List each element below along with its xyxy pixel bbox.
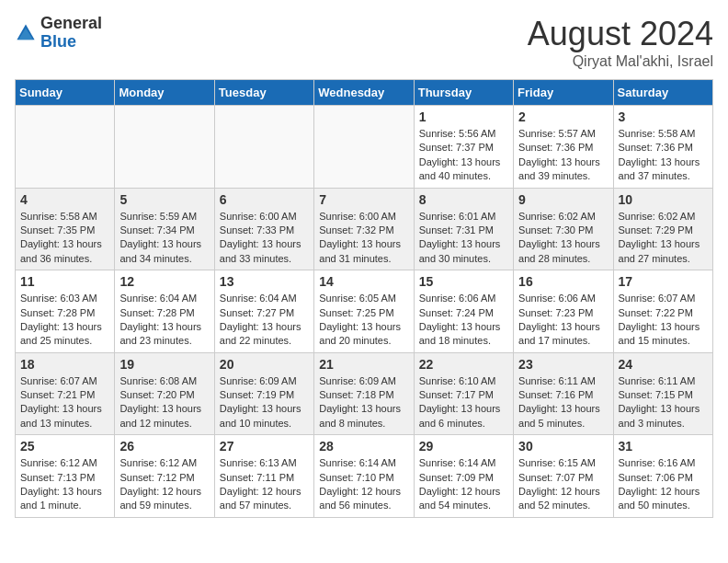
- day-info: Sunrise: 6:16 AMSunset: 7:06 PMDaylight:…: [619, 456, 708, 513]
- day-info: Sunrise: 6:06 AMSunset: 7:23 PMDaylight:…: [518, 292, 608, 349]
- location-title: Qiryat Mal'akhi, Israel: [528, 53, 713, 70]
- day-info: Sunrise: 6:09 AMSunset: 7:19 PMDaylight:…: [220, 374, 309, 431]
- day-info: Sunrise: 5:59 AMSunset: 7:34 PMDaylight:…: [119, 210, 209, 267]
- calendar-cell: [314, 106, 414, 189]
- day-info: Sunrise: 6:13 AMSunset: 7:11 PMDaylight:…: [220, 456, 309, 513]
- title-block: August 2024 Qiryat Mal'akhi, Israel: [528, 15, 713, 70]
- day-number: 17: [619, 274, 708, 289]
- calendar-cell: 5Sunrise: 5:59 AMSunset: 7:34 PMDaylight…: [115, 188, 214, 270]
- day-number: 26: [119, 439, 209, 454]
- day-number: 3: [619, 109, 708, 124]
- week-row-3: 11Sunrise: 6:03 AMSunset: 7:28 PMDayligh…: [16, 270, 713, 353]
- calendar-cell: 2Sunrise: 5:57 AMSunset: 7:36 PMDaylight…: [514, 106, 613, 189]
- calendar-cell: 30Sunrise: 6:15 AMSunset: 7:07 PMDayligh…: [514, 435, 613, 518]
- calendar-cell: 31Sunrise: 6:16 AMSunset: 7:06 PMDayligh…: [613, 435, 712, 518]
- day-number: 22: [419, 357, 508, 372]
- day-info: Sunrise: 6:09 AMSunset: 7:18 PMDaylight:…: [319, 374, 408, 431]
- day-info: Sunrise: 6:08 AMSunset: 7:20 PMDaylight:…: [119, 374, 209, 431]
- day-number: 18: [20, 357, 109, 372]
- weekday-header-saturday: Saturday: [613, 80, 712, 106]
- calendar-cell: 17Sunrise: 6:07 AMSunset: 7:22 PMDayligh…: [613, 270, 712, 353]
- day-info: Sunrise: 5:56 AMSunset: 7:37 PMDaylight:…: [419, 127, 508, 184]
- week-row-4: 18Sunrise: 6:07 AMSunset: 7:21 PMDayligh…: [16, 352, 713, 435]
- calendar-cell: 10Sunrise: 6:02 AMSunset: 7:29 PMDayligh…: [613, 188, 712, 270]
- calendar-cell: 29Sunrise: 6:14 AMSunset: 7:09 PMDayligh…: [414, 435, 513, 518]
- calendar-cell: 19Sunrise: 6:08 AMSunset: 7:20 PMDayligh…: [115, 352, 214, 435]
- week-row-1: 1Sunrise: 5:56 AMSunset: 7:37 PMDaylight…: [16, 106, 713, 189]
- day-number: 11: [20, 274, 109, 289]
- month-title: August 2024: [528, 15, 713, 53]
- day-info: Sunrise: 6:07 AMSunset: 7:21 PMDaylight:…: [20, 374, 109, 431]
- calendar-cell: 23Sunrise: 6:11 AMSunset: 7:16 PMDayligh…: [514, 352, 613, 435]
- week-row-5: 25Sunrise: 6:12 AMSunset: 7:13 PMDayligh…: [16, 435, 713, 518]
- calendar-cell: 8Sunrise: 6:01 AMSunset: 7:31 PMDaylight…: [414, 188, 513, 270]
- day-info: Sunrise: 6:02 AMSunset: 7:30 PMDaylight:…: [518, 210, 608, 267]
- calendar-cell: 20Sunrise: 6:09 AMSunset: 7:19 PMDayligh…: [214, 352, 313, 435]
- day-info: Sunrise: 6:10 AMSunset: 7:17 PMDaylight:…: [419, 374, 508, 431]
- day-info: Sunrise: 6:14 AMSunset: 7:09 PMDaylight:…: [419, 456, 508, 513]
- calendar-cell: [115, 106, 214, 189]
- calendar-cell: 28Sunrise: 6:14 AMSunset: 7:10 PMDayligh…: [314, 435, 414, 518]
- day-number: 19: [119, 357, 209, 372]
- logo-icon: [15, 22, 37, 44]
- day-info: Sunrise: 5:57 AMSunset: 7:36 PMDaylight:…: [518, 127, 608, 184]
- day-info: Sunrise: 6:01 AMSunset: 7:31 PMDaylight:…: [419, 210, 508, 267]
- calendar-cell: 13Sunrise: 6:04 AMSunset: 7:27 PMDayligh…: [214, 270, 313, 353]
- day-info: Sunrise: 6:04 AMSunset: 7:27 PMDaylight:…: [220, 292, 309, 349]
- day-info: Sunrise: 6:12 AMSunset: 7:12 PMDaylight:…: [119, 456, 209, 513]
- weekday-header-thursday: Thursday: [414, 80, 513, 106]
- day-number: 2: [518, 109, 608, 124]
- calendar-cell: 15Sunrise: 6:06 AMSunset: 7:24 PMDayligh…: [414, 270, 513, 353]
- day-number: 31: [619, 439, 708, 454]
- calendar-cell: 9Sunrise: 6:02 AMSunset: 7:30 PMDaylight…: [514, 188, 613, 270]
- day-info: Sunrise: 6:05 AMSunset: 7:25 PMDaylight:…: [319, 292, 408, 349]
- calendar-cell: [16, 106, 115, 189]
- calendar-cell: 6Sunrise: 6:00 AMSunset: 7:33 PMDaylight…: [214, 188, 313, 270]
- day-info: Sunrise: 6:12 AMSunset: 7:13 PMDaylight:…: [20, 456, 109, 513]
- calendar-cell: 14Sunrise: 6:05 AMSunset: 7:25 PMDayligh…: [314, 270, 414, 353]
- day-number: 4: [20, 192, 109, 207]
- day-info: Sunrise: 6:03 AMSunset: 7:28 PMDaylight:…: [20, 292, 109, 349]
- day-number: 1: [419, 109, 508, 124]
- day-info: Sunrise: 6:00 AMSunset: 7:33 PMDaylight:…: [220, 210, 309, 267]
- weekday-header-tuesday: Tuesday: [214, 80, 313, 106]
- day-number: 27: [220, 439, 309, 454]
- day-info: Sunrise: 6:15 AMSunset: 7:07 PMDaylight:…: [518, 456, 608, 513]
- calendar-cell: 18Sunrise: 6:07 AMSunset: 7:21 PMDayligh…: [16, 352, 115, 435]
- calendar-cell: 24Sunrise: 6:11 AMSunset: 7:15 PMDayligh…: [613, 352, 712, 435]
- weekday-header-friday: Friday: [514, 80, 613, 106]
- logo: General Blue: [15, 15, 102, 52]
- day-info: Sunrise: 6:00 AMSunset: 7:32 PMDaylight:…: [319, 210, 408, 267]
- day-info: Sunrise: 6:06 AMSunset: 7:24 PMDaylight:…: [419, 292, 508, 349]
- calendar-cell: 27Sunrise: 6:13 AMSunset: 7:11 PMDayligh…: [214, 435, 313, 518]
- day-number: 7: [319, 192, 408, 207]
- calendar-cell: 16Sunrise: 6:06 AMSunset: 7:23 PMDayligh…: [514, 270, 613, 353]
- day-number: 14: [319, 274, 408, 289]
- calendar-table: SundayMondayTuesdayWednesdayThursdayFrid…: [15, 79, 713, 518]
- day-number: 9: [518, 192, 608, 207]
- day-number: 6: [220, 192, 309, 207]
- day-info: Sunrise: 5:58 AMSunset: 7:36 PMDaylight:…: [619, 127, 708, 184]
- day-number: 10: [619, 192, 708, 207]
- day-number: 30: [518, 439, 608, 454]
- logo-blue-text: Blue: [40, 32, 76, 51]
- header-row: SundayMondayTuesdayWednesdayThursdayFrid…: [16, 80, 713, 106]
- weekday-header-wednesday: Wednesday: [314, 80, 414, 106]
- day-number: 21: [319, 357, 408, 372]
- day-number: 13: [220, 274, 309, 289]
- day-number: 8: [419, 192, 508, 207]
- logo-general-text: General: [40, 14, 102, 32]
- calendar-cell: 22Sunrise: 6:10 AMSunset: 7:17 PMDayligh…: [414, 352, 513, 435]
- day-number: 29: [419, 439, 508, 454]
- weekday-header-sunday: Sunday: [16, 80, 115, 106]
- day-info: Sunrise: 6:11 AMSunset: 7:15 PMDaylight:…: [619, 374, 708, 431]
- day-number: 25: [20, 439, 109, 454]
- day-info: Sunrise: 5:58 AMSunset: 7:35 PMDaylight:…: [20, 210, 109, 267]
- day-number: 24: [619, 357, 708, 372]
- calendar-cell: 11Sunrise: 6:03 AMSunset: 7:28 PMDayligh…: [16, 270, 115, 353]
- day-number: 12: [119, 274, 209, 289]
- day-number: 5: [119, 192, 209, 207]
- page-header: General Blue August 2024 Qiryat Mal'akhi…: [15, 15, 713, 70]
- day-info: Sunrise: 6:04 AMSunset: 7:28 PMDaylight:…: [119, 292, 209, 349]
- calendar-cell: 21Sunrise: 6:09 AMSunset: 7:18 PMDayligh…: [314, 352, 414, 435]
